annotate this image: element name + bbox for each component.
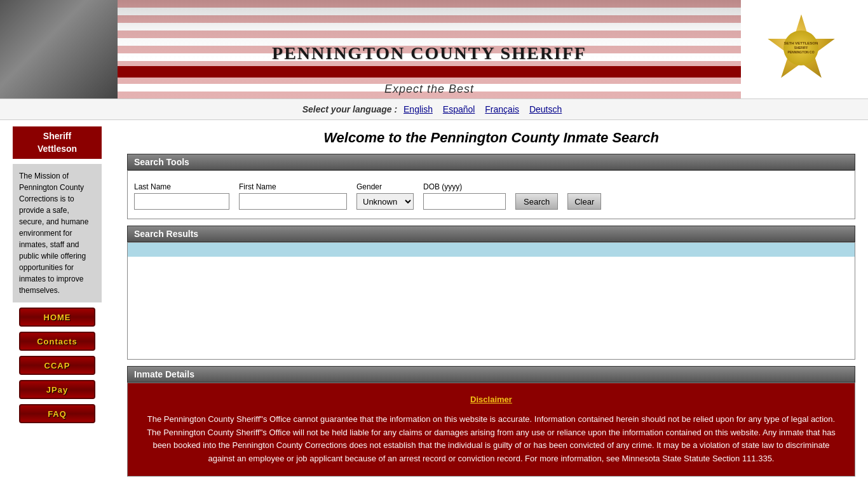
- lang-label: Select your language: [302, 104, 392, 114]
- first-name-field-group: First Name: [239, 182, 347, 210]
- header-center: PENNINGTON COUNTY SHERIFF Expect the Bes…: [118, 0, 741, 98]
- sidebar-sheriff-name: Sheriff Vettleson: [13, 126, 102, 159]
- gender-label: Gender: [356, 182, 414, 191]
- search-tools-section: Search Tools Last Name First Name Gender: [127, 154, 855, 219]
- sidebar: Sheriff Vettleson The Mission of Penning…: [0, 120, 114, 486]
- dob-input[interactable]: [423, 193, 506, 210]
- sidebar-item-contacts[interactable]: Contacts: [19, 332, 95, 351]
- language-bar: Select your language : English Español F…: [0, 98, 868, 120]
- search-button[interactable]: Search: [515, 193, 558, 210]
- search-results-section: Search Results: [127, 226, 855, 360]
- last-name-input[interactable]: [134, 193, 229, 210]
- welcome-title: Welcome to the Pennington County Inmate …: [127, 130, 855, 146]
- badge-inner-circle: SETH VETTLESON SHERIFF PENNINGTON CO: [783, 30, 818, 65]
- dob-field-group: DOB (yyyy): [423, 182, 506, 210]
- site-title: PENNINGTON COUNTY SHERIFF: [118, 43, 741, 64]
- last-name-label: Last Name: [134, 182, 229, 191]
- main-content: Welcome to the Pennington County Inmate …: [114, 120, 868, 486]
- gender-field-group: Gender Unknown Male Female: [356, 182, 414, 210]
- search-results-header: Search Results: [127, 226, 855, 242]
- sidebar-item-home[interactable]: HOME: [19, 308, 95, 327]
- gender-select[interactable]: Unknown Male Female: [356, 193, 414, 210]
- sidebar-item-ccap[interactable]: CCAP: [19, 356, 95, 375]
- sidebar-item-faq[interactable]: FAQ: [19, 404, 95, 423]
- header-tagline: Expect the Best: [118, 78, 741, 98]
- header-title-box: PENNINGTON COUNTY SHERIFF Expect the Bes…: [118, 43, 741, 98]
- lang-espanol[interactable]: Español: [443, 104, 475, 114]
- dob-label: DOB (yyyy): [423, 182, 506, 191]
- inmate-details-header: Inmate Details: [127, 366, 855, 383]
- inmate-details-section: Inmate Details Disclaimer The Pennington…: [127, 366, 855, 477]
- sidebar-item-jpay[interactable]: JPay: [19, 380, 95, 399]
- sheriff-photo: [0, 0, 118, 98]
- lang-deutsch[interactable]: Deutsch: [529, 104, 562, 114]
- clear-button[interactable]: Clear: [567, 193, 601, 210]
- search-fields: Last Name First Name Gender Unknown Male…: [134, 177, 848, 212]
- search-tools-header: Search Tools: [127, 154, 855, 170]
- header-left-image: [0, 0, 118, 98]
- lang-separator: :: [394, 104, 400, 114]
- search-tools-box: Last Name First Name Gender Unknown Male…: [127, 170, 855, 219]
- header: PENNINGTON COUNTY SHERIFF Expect the Bes…: [0, 0, 868, 98]
- sheriff-title-line2: Vettleson: [37, 144, 77, 154]
- header-right: SETH VETTLESON SHERIFF PENNINGTON CO: [741, 0, 868, 98]
- sheriff-badge: SETH VETTLESON SHERIFF PENNINGTON CO: [766, 11, 843, 88]
- first-name-input[interactable]: [239, 193, 347, 210]
- disclaimer-text: The Pennington County Sheriff"s Office c…: [140, 413, 842, 466]
- lang-francais[interactable]: Français: [485, 104, 519, 114]
- last-name-field-group: Last Name: [134, 182, 229, 210]
- lang-english[interactable]: English: [403, 104, 433, 114]
- results-highlight-bar: [128, 243, 855, 257]
- sheriff-title-line1: Sheriff: [43, 131, 71, 141]
- search-results-box: [127, 242, 855, 360]
- disclaimer-box: Disclaimer The Pennington County Sheriff…: [128, 383, 855, 476]
- disclaimer-title: Disclaimer: [140, 393, 842, 407]
- main-layout: Sheriff Vettleson The Mission of Penning…: [0, 120, 868, 486]
- first-name-label: First Name: [239, 182, 347, 191]
- header-red-bar: [118, 66, 741, 78]
- sidebar-mission-text: The Mission of Pennington County Correct…: [13, 164, 102, 302]
- inmate-details-box: Disclaimer The Pennington County Sheriff…: [127, 383, 855, 477]
